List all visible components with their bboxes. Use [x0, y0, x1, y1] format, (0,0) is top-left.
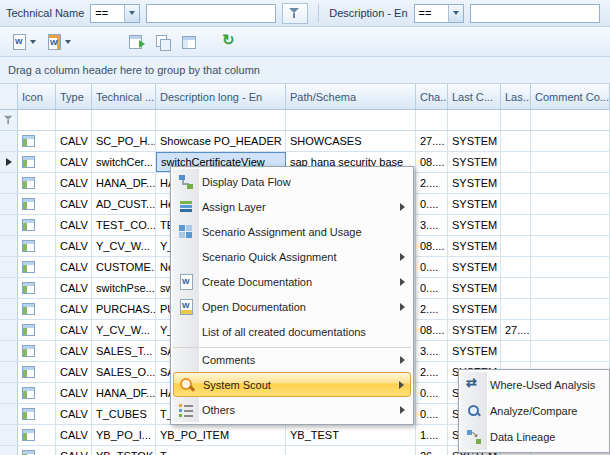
word-export-button[interactable]: [6, 30, 41, 54]
technical-operator-select[interactable]: ==: [90, 4, 140, 23]
toolbar-icon: [46, 34, 62, 50]
submenu-arrow-icon: [400, 303, 405, 311]
refresh-button[interactable]: [216, 30, 242, 54]
menu-item-label: Display Data Flow: [202, 176, 405, 188]
context-menu-item[interactable]: Scenario Quick Assignment: [173, 244, 411, 269]
table-row[interactable]: CALV SC_PO_H... Showcase PO_HEADER SHOWC…: [0, 131, 610, 152]
description-operator-select[interactable]: ==: [414, 4, 464, 23]
context-menu-item[interactable]: Others: [173, 397, 411, 422]
filter-settings-button[interactable]: [282, 3, 308, 24]
chevron-down-icon[interactable]: [448, 5, 463, 22]
cell-changed: 2....: [416, 299, 448, 319]
cell-technical-name: switchPse...: [92, 278, 156, 298]
cell-technical-name: Y_CV_W...: [92, 320, 156, 340]
filter-separator: [318, 4, 319, 22]
column-header[interactable]: Last C...: [448, 84, 501, 109]
column-header[interactable]: Cha...: [416, 84, 448, 109]
cell-comment: [531, 299, 610, 319]
cell-comment: [531, 194, 610, 214]
open-doc-icon: [178, 299, 194, 315]
copy-grid-button[interactable]: [150, 30, 176, 54]
cell-type: CALV: [56, 362, 92, 382]
context-menu-item[interactable]: Assign Layer: [173, 194, 411, 219]
context-menu: Display Data Flow Assign Layer Scenario …: [170, 166, 414, 425]
export-grid-button[interactable]: [124, 30, 150, 54]
cell-type: CALV: [56, 215, 92, 235]
cell-last: [501, 131, 531, 151]
word-template-button[interactable]: [41, 30, 76, 54]
cell-last: [501, 257, 531, 277]
column-header[interactable]: Path/Schema: [286, 84, 416, 109]
cell-last: [501, 173, 531, 193]
cell-last-changed-by: SYSTEM: [448, 215, 501, 235]
row-indicator: [0, 278, 18, 298]
grid-layout-button[interactable]: [176, 30, 202, 54]
cell-technical-name: SC_PO_H...: [92, 131, 156, 151]
filter-cell[interactable]: [56, 110, 92, 130]
cell-technical-name: switchCer...: [92, 152, 156, 172]
cell-technical-name: SALES_T...: [92, 341, 156, 361]
cell-icon: [18, 278, 56, 298]
context-menu-item[interactable]: Display Data Flow: [173, 169, 411, 194]
filter-cell[interactable]: [156, 110, 286, 130]
submenu-item[interactable]: Data Lineage: [461, 424, 607, 450]
menu-item-label: Scenario Assignment and Usage: [202, 226, 405, 238]
menu-item-label: List of all created documentations: [202, 326, 405, 338]
context-menu-item[interactable]: Comments: [173, 347, 411, 372]
filter-cell[interactable]: [286, 110, 416, 130]
cell-technical-name: PURCHAS...: [92, 299, 156, 319]
cell-technical-name: T_CUBES: [92, 404, 156, 424]
row-indicator: [0, 173, 18, 193]
calculation-view-icon: [22, 303, 35, 315]
row-indicator: [0, 404, 18, 424]
cell-description[interactable]: T...: [156, 446, 286, 455]
cell-description[interactable]: YB_PO_ITEM: [156, 425, 286, 445]
cell-type: CALV: [56, 194, 92, 214]
context-menu-item[interactable]: Open Documentation: [173, 294, 411, 319]
row-indicator: [0, 341, 18, 361]
context-menu-item[interactable]: System Scout: [173, 372, 411, 397]
filter-cell[interactable]: [18, 110, 56, 130]
submenu-arrow-icon: [400, 356, 405, 364]
row-indicator: [0, 152, 18, 172]
filter-cell[interactable]: [531, 110, 610, 130]
filter-cell[interactable]: [92, 110, 156, 130]
cell-icon: [18, 320, 56, 340]
column-header[interactable]: Comment Co...: [531, 84, 610, 109]
submenu-arrow-icon: [400, 203, 405, 211]
cell-icon: [18, 383, 56, 403]
cell-last: 27....: [501, 320, 531, 340]
chevron-down-icon[interactable]: [124, 5, 139, 22]
cell-technical-name: HANA_DF...: [92, 173, 156, 193]
row-indicator: [0, 194, 18, 214]
row-indicator: [0, 446, 18, 455]
menu-item-icon: [178, 352, 194, 368]
filter-cell[interactable]: [501, 110, 531, 130]
description-input[interactable]: [470, 4, 600, 23]
cell-changed: 0....: [416, 257, 448, 277]
context-menu-item[interactable]: List of all created documentations: [173, 319, 411, 344]
technical-name-input[interactable]: [146, 4, 276, 23]
column-header[interactable]: Las...: [501, 84, 531, 109]
column-header[interactable]: Type: [56, 84, 92, 109]
filter-cell[interactable]: [416, 110, 448, 130]
layers-icon: [178, 199, 194, 215]
context-menu-item[interactable]: Scenario Assignment and Usage: [173, 219, 411, 244]
cell-changed: 1....: [416, 425, 448, 445]
context-menu-item[interactable]: Create Documentation: [173, 269, 411, 294]
submenu-arrow-icon: [400, 406, 405, 414]
cell-icon: [18, 425, 56, 445]
submenu-item[interactable]: Analyze/Compare: [461, 398, 607, 424]
technical-name-label: Technical Name: [6, 7, 84, 19]
cell-description[interactable]: Showcase PO_HEADER: [156, 131, 286, 151]
cell-type: CALV: [56, 320, 92, 340]
column-header[interactable]: Technical ...: [92, 84, 156, 109]
submenu-item[interactable]: Where-Used Analysis: [461, 372, 607, 398]
cell-comment: [531, 173, 610, 193]
group-by-panel[interactable]: Drag a column header here to group by th…: [0, 57, 610, 84]
filter-cell[interactable]: [448, 110, 501, 130]
column-header[interactable]: Icon: [18, 84, 56, 109]
row-indicator: [0, 236, 18, 256]
column-header[interactable]: Description long - En: [156, 84, 286, 109]
cell-changed: 0....: [416, 404, 448, 424]
